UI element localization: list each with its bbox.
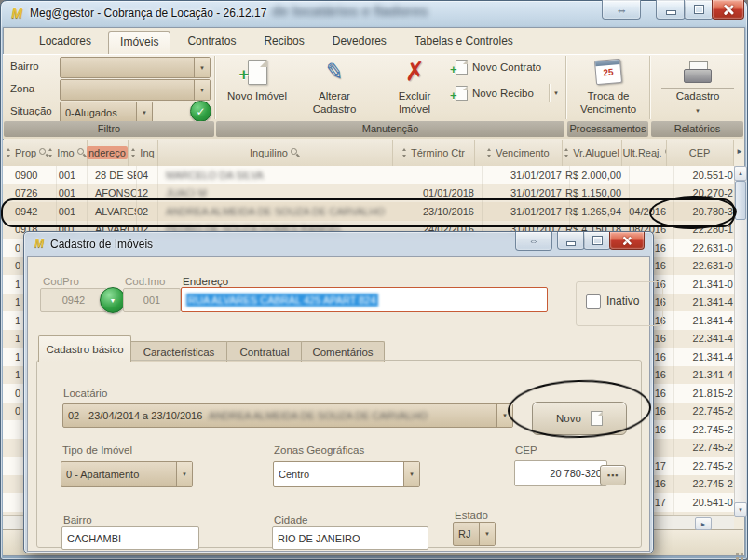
dialog-tab-caracteristicas[interactable]: Características bbox=[129, 341, 228, 362]
sort-icon bbox=[48, 148, 54, 157]
chevron-down-icon: ▼ bbox=[409, 471, 415, 477]
grid-cell-inq: 12 bbox=[128, 184, 158, 203]
column-header-prop[interactable]: Prop bbox=[7, 140, 48, 166]
window-maximize-button[interactable] bbox=[684, 0, 714, 20]
novo-recibo-dropdown-button[interactable]: ▼ bbox=[553, 90, 559, 96]
column-header-endereco[interactable]: ndereço bbox=[87, 140, 129, 166]
zona-combo-button[interactable]: ▼ bbox=[194, 80, 210, 100]
inativo-checkbox[interactable] bbox=[586, 294, 601, 309]
record-navigate-button[interactable]: ▼ bbox=[100, 287, 126, 313]
grid-row[interactable]: 0726001AFONSO12JUACI M01/01/201831/01/20… bbox=[3, 184, 734, 203]
window-resize-button[interactable]: ⇔ bbox=[602, 0, 641, 20]
tipo-combo-button[interactable]: ▼ bbox=[176, 462, 192, 486]
main-tab-bar: Locadores Imóveis Contratos Recibos Deve… bbox=[28, 31, 524, 54]
dialog-maximize-button[interactable] bbox=[583, 232, 611, 250]
column-header-aluguel[interactable]: Vr.Aluguel bbox=[562, 140, 622, 166]
column-header-imo[interactable]: Imo bbox=[48, 140, 88, 166]
excluir-imovel-label: Excluir Imóvel bbox=[384, 89, 445, 116]
dialog-close-button[interactable] bbox=[609, 232, 645, 250]
novo-contrato-button[interactable]: + Novo Contrato bbox=[456, 60, 541, 75]
dialog-body: CodPro 0942 ▼ Cod.Imo 001 Endereço RUA A… bbox=[27, 256, 650, 552]
scroll-down-button[interactable]: ▼ bbox=[734, 502, 747, 517]
alterar-cadastro-label: Alterar Cadastro bbox=[300, 89, 369, 116]
dialog-minimize-button[interactable] bbox=[557, 232, 585, 250]
chevron-down-icon: ▼ bbox=[695, 104, 700, 117]
troca-de-vencimento-button[interactable]: 25 Troca de Vencimento bbox=[569, 57, 647, 116]
resize-grip[interactable] bbox=[741, 553, 743, 555]
tab-recibos[interactable]: Recibos bbox=[252, 31, 315, 54]
tab-locadores[interactable]: Locadores bbox=[28, 31, 102, 54]
column-header-cep[interactable]: CEP bbox=[666, 140, 734, 166]
situacao-combo-button[interactable]: ▼ bbox=[136, 102, 152, 122]
novo-recibo-button[interactable]: + Novo Recibo bbox=[456, 86, 534, 101]
search-icon[interactable] bbox=[291, 148, 300, 157]
grid-cell-cep: 21.341-0 bbox=[666, 275, 734, 294]
column-label: Vr.Aluguel bbox=[573, 147, 619, 158]
scrollbar-thumb[interactable] bbox=[735, 181, 746, 220]
excluir-imovel-button[interactable]: ✗ Excluir Imóvel bbox=[384, 57, 445, 116]
grid-cell-termino: 23/10/2016 bbox=[392, 202, 483, 221]
grid-cell-vencimento: 31/01/2017 bbox=[474, 202, 570, 221]
zonas-combo-button[interactable]: ▼ bbox=[403, 462, 419, 486]
grid-cell-cep: 20.270-2 bbox=[666, 184, 734, 203]
tab-imoveis[interactable]: Imóveis bbox=[108, 31, 170, 54]
bairro-field[interactable]: CACHAMBI bbox=[61, 526, 199, 550]
chevron-down-icon: ▼ bbox=[182, 471, 187, 477]
bairro-filter-combo[interactable]: ▼ bbox=[60, 57, 211, 78]
grid-cell-cep: 21.341-4 bbox=[666, 366, 734, 385]
bairro-label: Bairro bbox=[63, 514, 92, 526]
zonas-geograficas-combo[interactable]: Centro ▼ bbox=[273, 461, 420, 487]
grid-scroll-right-icon[interactable]: ► bbox=[736, 147, 743, 156]
dialog-resize-button[interactable]: ⇔ bbox=[515, 232, 552, 251]
tab-devedores[interactable]: Devedores bbox=[321, 31, 398, 54]
column-label: Imo bbox=[57, 147, 74, 158]
alterar-cadastro-button[interactable]: ✎ Alterar Cadastro bbox=[300, 57, 369, 116]
situacao-filter-combo[interactable]: 0-Alugados ▼ bbox=[60, 102, 153, 123]
zonas-value: Centro bbox=[279, 462, 402, 486]
estado-combo-button[interactable]: ▼ bbox=[479, 523, 495, 545]
scroll-right-button[interactable]: ► bbox=[695, 517, 712, 530]
grid-cell-cep: 22.280-1 bbox=[666, 221, 734, 239]
column-header-reaj[interactable]: Ult.Reaj. bbox=[621, 140, 667, 166]
window-minimize-button[interactable] bbox=[656, 0, 686, 20]
tipo-imovel-combo[interactable]: 0 - Apartamento ▼ bbox=[61, 461, 193, 487]
column-header-vencimento[interactable]: Vencimento bbox=[474, 140, 563, 166]
locatario-combo[interactable]: 02 - 23/04/2014 a 23/10/2016 - ANDREA AL… bbox=[62, 403, 513, 428]
scroll-up-button[interactable]: ▲ bbox=[734, 166, 747, 181]
novo-locatario-button[interactable]: Novo bbox=[532, 402, 627, 435]
codpro-field: 0942 bbox=[40, 288, 107, 312]
novo-recibo-label: Novo Recibo bbox=[472, 88, 534, 99]
codimo-field: 001 bbox=[123, 288, 181, 312]
dialog-tab-comentarios[interactable]: Comentários bbox=[301, 341, 385, 362]
column-header-inq[interactable]: Inq bbox=[128, 140, 158, 166]
grid-cell-cep: 22.745-2 bbox=[666, 457, 734, 475]
novo-imovel-button[interactable]: + Novo Imóvel bbox=[226, 57, 288, 102]
cep-field[interactable]: 20 780-320 bbox=[514, 460, 607, 486]
bairro-combo-button[interactable]: ▼ bbox=[194, 58, 210, 77]
estado-combo[interactable]: RJ ▼ bbox=[453, 522, 496, 546]
sort-icon bbox=[130, 148, 137, 157]
search-icon[interactable] bbox=[77, 148, 87, 157]
situacao-filter-label: Situação bbox=[10, 105, 52, 116]
column-header-inquilino[interactable]: Inquilino bbox=[157, 140, 393, 166]
chevron-down-icon: ▼ bbox=[199, 65, 205, 71]
dialog-tab-cadastro-basico[interactable]: Cadastro básico bbox=[38, 335, 131, 362]
zona-filter-combo[interactable]: ▼ bbox=[60, 79, 211, 101]
locatario-combo-button[interactable]: ▼ bbox=[496, 404, 512, 427]
apply-filter-check-icon[interactable]: ✓ bbox=[190, 101, 211, 122]
window-close-button[interactable] bbox=[712, 0, 744, 20]
tab-contratos[interactable]: Contratos bbox=[176, 31, 247, 54]
application-window: M Meg@gestor - Cobrança de Locação - 26.… bbox=[0, 0, 748, 560]
grid-cell-cep: 20.780-3 bbox=[666, 202, 734, 221]
cidade-field[interactable]: RIO DE JANEIRO bbox=[272, 526, 428, 550]
cep-lookup-button[interactable]: ▪▪▪ bbox=[600, 465, 626, 485]
endereco-field[interactable]: RUA ALVARES CABRAL 425 APART 824 bbox=[181, 287, 548, 312]
column-header-termino[interactable]: Término Ctr bbox=[392, 140, 475, 166]
dialog-tab-contratual[interactable]: Contratual bbox=[226, 341, 303, 362]
tab-tabelas-e-controles[interactable]: Tabelas e Controles bbox=[403, 31, 524, 54]
plus-icon: + bbox=[450, 63, 457, 75]
grid-cell-vencimento: 31/01/2017 bbox=[474, 184, 570, 203]
endereco-selected-text: RUA ALVARES CABRAL 425 APART 824 bbox=[186, 294, 378, 307]
grid-row[interactable]: 090000128 DE SE04MARCELO DA SILVA31/01/2… bbox=[3, 166, 734, 184]
grid-row[interactable]: 0942001ALVARES02ANDREA ALMEIDA DE SOUZA … bbox=[3, 202, 734, 221]
